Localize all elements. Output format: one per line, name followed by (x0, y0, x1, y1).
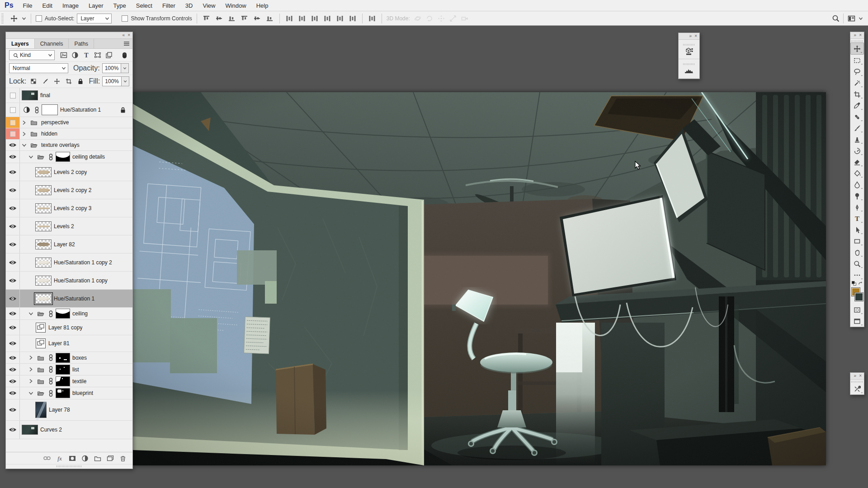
workspace-icon[interactable] (846, 14, 856, 23)
close-mini-icon[interactable]: × (859, 374, 862, 378)
layer-mask-thumbnail[interactable] (56, 309, 70, 319)
visibility-toggle[interactable] (6, 335, 20, 352)
menu-view[interactable]: View (198, 0, 220, 11)
layer-row-textile[interactable]: textile (6, 375, 132, 387)
layer-mask-thumbnail[interactable] (42, 104, 58, 115)
menu-filter[interactable]: Filter (157, 0, 180, 11)
smart-object-thumbnail[interactable] (35, 323, 46, 333)
layer-row-blueprint[interactable]: blueprint (6, 387, 132, 399)
visibility-toggle[interactable] (6, 163, 20, 181)
canvas-image[interactable] (133, 92, 826, 465)
auto-select-dropdown[interactable]: Layer (77, 14, 112, 23)
layer-row-final[interactable]: final (6, 88, 132, 103)
smart-object-thumbnail[interactable] (35, 338, 46, 348)
lock-paint-icon[interactable] (40, 76, 50, 86)
layer-row-curves-2[interactable]: Curves 2 (6, 421, 132, 439)
tool-rectangle-shape[interactable] (850, 235, 864, 247)
collapse-panel-icon[interactable]: « (123, 33, 125, 38)
layer-row-hue-saturation-1[interactable]: Hue/Saturation 1 (6, 103, 132, 117)
lock-artboard-icon[interactable] (64, 76, 74, 86)
layer-mask-thumbnail[interactable] (56, 388, 70, 398)
layer-row-ceiling-details[interactable]: ceiling details (6, 151, 132, 163)
expand-tools-icon[interactable]: » (854, 33, 857, 38)
move-tool-icon[interactable] (9, 14, 19, 23)
tool-clone-stamp[interactable] (850, 134, 864, 145)
layer-row-ceiling[interactable]: ceiling (6, 308, 132, 320)
lock-position-icon[interactable] (52, 76, 62, 86)
pixel-filter-icon[interactable] (59, 50, 69, 60)
shape-filter-icon[interactable] (93, 50, 103, 60)
layer-row-layer-82[interactable]: Layer 82 (6, 235, 132, 253)
layer-row-levels-2-copy-2[interactable]: Levels 2 copy 2 (6, 181, 132, 199)
tool-type[interactable]: T (850, 213, 864, 224)
layer-row-texture-overlays[interactable]: texture overlays (6, 140, 132, 151)
chevron-down-icon[interactable] (28, 309, 33, 319)
visibility-toggle[interactable] (6, 253, 20, 271)
visibility-toggle[interactable] (6, 217, 20, 235)
tool-quick-selection[interactable] (850, 77, 864, 89)
chevron-down-icon[interactable] (28, 152, 33, 162)
panel-resize-grip[interactable] (6, 464, 132, 469)
tool-blur[interactable] (850, 179, 864, 190)
link-layers-icon[interactable] (42, 453, 52, 463)
tool-dodge[interactable] (850, 190, 864, 202)
layer-mask-thumbnail[interactable] (56, 152, 70, 162)
visibility-toggle[interactable] (6, 181, 20, 199)
tab-channels[interactable]: Channels (35, 39, 69, 48)
tool-path-selection[interactable] (850, 224, 864, 235)
close-tools-icon[interactable]: × (859, 33, 862, 38)
tool-eyedropper[interactable] (850, 100, 864, 111)
menu-layer[interactable]: Layer (84, 0, 108, 11)
layer-row-layer-81[interactable]: Layer 81 (6, 335, 132, 352)
new-adjustment-layer-icon[interactable] (80, 453, 90, 463)
tool-spot-healing-brush[interactable] (850, 111, 864, 122)
add-layer-mask-icon[interactable] (67, 453, 77, 463)
blend-mode-dropdown[interactable]: Normal (9, 63, 68, 73)
visibility-toggle[interactable] (6, 387, 20, 399)
visibility-toggle[interactable] (6, 421, 20, 439)
visibility-toggle[interactable] (6, 117, 20, 128)
smart-object-filter-icon[interactable] (104, 50, 114, 60)
tab-layers[interactable]: Layers (6, 39, 35, 48)
tool-gradient[interactable] (850, 168, 864, 179)
visibility-toggle[interactable] (6, 199, 20, 217)
chevron-right-icon[interactable] (28, 353, 33, 363)
search-icon[interactable] (830, 14, 840, 23)
visibility-toggle[interactable] (6, 88, 20, 103)
3d-panel-button[interactable] (679, 40, 699, 59)
layer-thumbnail[interactable] (35, 167, 52, 177)
delete-layer-icon[interactable] (118, 453, 128, 463)
new-layer-icon[interactable] (105, 453, 115, 463)
auto-select-checkbox[interactable] (36, 15, 42, 22)
layer-row-boxes[interactable]: boxes (6, 352, 132, 364)
align-bottom-edges-icon[interactable] (227, 14, 237, 23)
chevron-down-icon[interactable] (858, 14, 863, 23)
background-color-swatch[interactable] (855, 293, 863, 301)
chevron-right-icon[interactable] (22, 129, 27, 139)
layer-row-levels-2-copy[interactable]: Levels 2 copy (6, 163, 132, 181)
opacity-chevron[interactable] (121, 63, 129, 73)
tool-history-brush[interactable] (850, 145, 864, 156)
visibility-toggle[interactable] (6, 128, 20, 139)
distribute-vertical-centers-icon[interactable] (297, 14, 307, 23)
distribute-left-edges-icon[interactable] (322, 14, 332, 23)
visibility-toggle[interactable] (6, 364, 20, 375)
chevron-down-icon[interactable] (22, 140, 27, 150)
close-dock-icon[interactable]: × (694, 34, 697, 38)
align-right-edges-icon[interactable] (265, 14, 275, 23)
align-left-edges-icon[interactable] (240, 14, 250, 23)
layer-thumbnail[interactable] (35, 294, 52, 304)
layer-thumbnail[interactable] (35, 221, 52, 231)
menu-window[interactable]: Window (220, 0, 251, 11)
opacity-value[interactable]: 100% (102, 63, 122, 73)
layer-mask-thumbnail[interactable] (56, 365, 70, 375)
visibility-toggle[interactable] (6, 320, 20, 335)
layer-thumbnail[interactable] (22, 90, 38, 100)
align-horizontal-centers-icon[interactable] (252, 14, 262, 23)
tab-paths[interactable]: Paths (69, 39, 94, 48)
layer-row-layer-81-copy[interactable]: Layer 81 copy (6, 320, 132, 335)
tool-lasso[interactable] (850, 66, 864, 77)
show-transform-checkbox[interactable] (122, 15, 128, 22)
lock-transparency-icon[interactable] (28, 76, 38, 86)
tool-crop[interactable] (850, 89, 864, 100)
